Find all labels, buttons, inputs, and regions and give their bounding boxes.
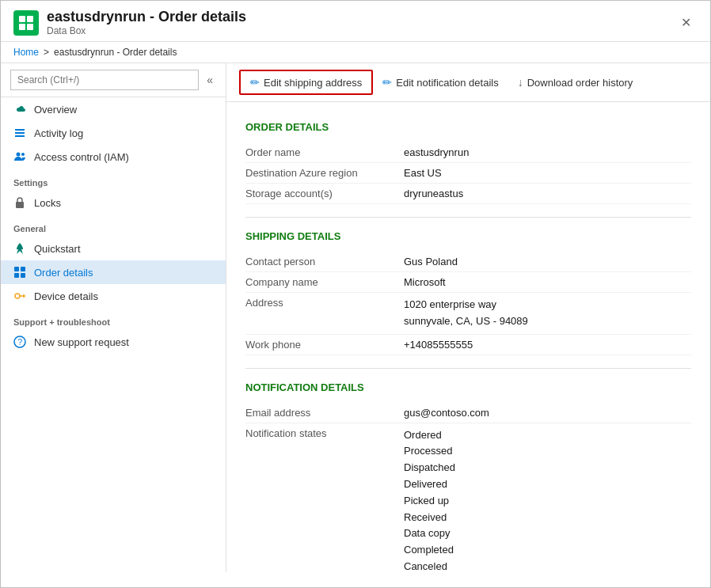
svg-point-10 [19,204,21,206]
state-8: Canceled [404,559,455,572]
sidebar-item-activity-label: Activity log [34,127,83,139]
search-box: « [1,63,226,97]
people-icon [13,150,26,163]
state-4: Picked up [404,493,455,510]
address-value: 1020 enterprise way sunnyvale, CA, US - … [404,297,528,330]
breadcrumb-separator: > [44,47,49,58]
notification-states-value: Ordered Processed Dispatched Delivered P… [404,427,455,572]
state-1: Processed [404,443,455,460]
destination-label: Destination Azure region [245,167,404,179]
page-title: eastusdrynrun - Order details [47,9,246,25]
edit-shipping-label: Edit shipping address [264,77,362,89]
sidebar-item-device-details[interactable]: Device details [1,284,226,308]
download-icon: ↓ [518,76,523,89]
notification-details-section-title: NOTIFICATION DETAILS [245,381,691,393]
order-name-value: eastusdrynrun [404,146,469,158]
sidebar-item-quickstart-label: Quickstart [34,243,81,255]
list-icon [13,127,26,139]
sidebar: « Overview Activ [1,63,226,572]
notification-states-label: Notification states [245,427,404,572]
detail-row-order-name: Order name eastusdrynrun [245,142,691,163]
svg-rect-13 [14,273,19,278]
state-3: Delivered [404,476,455,493]
storage-value: dryruneastus [404,188,463,199]
state-7: Completed [404,542,455,559]
notification-states-multiline: Ordered Processed Dispatched Delivered P… [404,427,455,572]
sidebar-item-quickstart[interactable]: Quickstart [1,237,226,260]
app-icon [13,10,39,36]
svg-rect-14 [21,273,25,278]
phone-value: +14085555555 [404,339,473,351]
detail-row-storage: Storage account(s) dryruneastus [245,184,691,204]
svg-point-15 [15,294,20,298]
edit-shipping-button[interactable]: ✏ Edit shipping address [239,70,373,95]
detail-row-company: Company name Microsoft [245,272,691,293]
detail-row-destination: Destination Azure region East US [245,163,691,184]
state-6: Data copy [404,525,455,542]
pencil-icon: ✏ [250,76,260,89]
sidebar-item-iam-label: Access control (IAM) [34,151,129,163]
detail-row-notification-states: Notification states Ordered Processed Di… [245,423,691,572]
phone-label: Work phone [245,339,404,351]
svg-point-7 [17,153,21,157]
page-subtitle: Data Box [47,25,246,36]
download-history-button[interactable]: ↓ Download order history [508,71,643,93]
download-history-label: Download order history [527,77,633,89]
detail-row-address: Address 1020 enterprise way sunnyvale, C… [245,293,691,335]
sidebar-item-order-details[interactable]: Order details [1,260,226,284]
sidebar-item-overview-label: Overview [34,104,77,116]
lock-icon [13,196,26,209]
sidebar-item-locks[interactable]: Locks [1,191,226,214]
search-input[interactable] [10,70,199,90]
section-general-label: General [1,214,226,237]
sidebar-item-device-label: Device details [34,290,98,302]
title-text: eastusdrynrun - Order details Data Box [47,9,246,36]
detail-content: ORDER DETAILS Order name eastusdrynrun D… [226,102,710,572]
help-icon: ? [13,336,26,348]
sidebar-item-order-label: Order details [34,267,93,279]
divider-2 [245,368,691,369]
toolbar: ✏ Edit shipping address ✏ Edit notificat… [226,63,710,102]
state-0: Ordered [404,427,455,444]
sidebar-item-activity-log[interactable]: Activity log [1,121,226,145]
storage-label: Storage account(s) [245,188,404,199]
content-area: ✏ Edit shipping address ✏ Edit notificat… [226,63,710,572]
address-label: Address [245,297,404,330]
title-bar-left: eastusdrynrun - Order details Data Box [13,9,246,36]
breadcrumb-current: eastusdrynrun - Order details [54,47,177,58]
address-line-1: 1020 enterprise way [404,297,528,313]
svg-rect-6 [15,135,25,137]
sidebar-item-access-control[interactable]: Access control (IAM) [1,145,226,169]
svg-rect-3 [27,24,33,30]
order-details-section-title: ORDER DETAILS [245,121,691,133]
title-bar: eastusdrynrun - Order details Data Box ✕ [1,1,710,42]
email-value: gus@contoso.com [404,407,489,419]
edit-notification-button[interactable]: ✏ Edit notification details [373,71,508,93]
detail-row-contact: Contact person Gus Poland [245,252,691,272]
contact-label: Contact person [245,256,404,267]
breadcrumb-home[interactable]: Home [13,47,39,58]
breadcrumb: Home > eastusdrynrun - Order details [1,42,710,63]
svg-point-8 [21,153,25,156]
main-layout: « Overview Activ [1,63,710,572]
company-value: Microsoft [404,276,446,288]
grid-icon [13,266,26,279]
close-button[interactable]: ✕ [675,12,698,33]
destination-value: East US [404,167,442,179]
svg-rect-11 [14,267,19,271]
section-settings-label: Settings [1,169,226,191]
shipping-details-section-title: SHIPPING DETAILS [245,230,691,242]
address-multiline: 1020 enterprise way sunnyvale, CA, US - … [404,297,528,330]
state-2: Dispatched [404,460,455,476]
collapse-button[interactable]: « [203,72,216,88]
detail-row-phone: Work phone +14085555555 [245,335,691,355]
sidebar-item-new-support[interactable]: ? New support request [1,330,226,354]
svg-text:?: ? [18,338,23,347]
svg-rect-2 [19,24,25,30]
rocket-icon [13,242,26,255]
state-5: Received [404,510,455,526]
svg-rect-1 [27,16,33,22]
cloud-icon [13,103,26,116]
sidebar-item-overview[interactable]: Overview [1,97,226,121]
sidebar-item-locks-label: Locks [34,197,61,209]
